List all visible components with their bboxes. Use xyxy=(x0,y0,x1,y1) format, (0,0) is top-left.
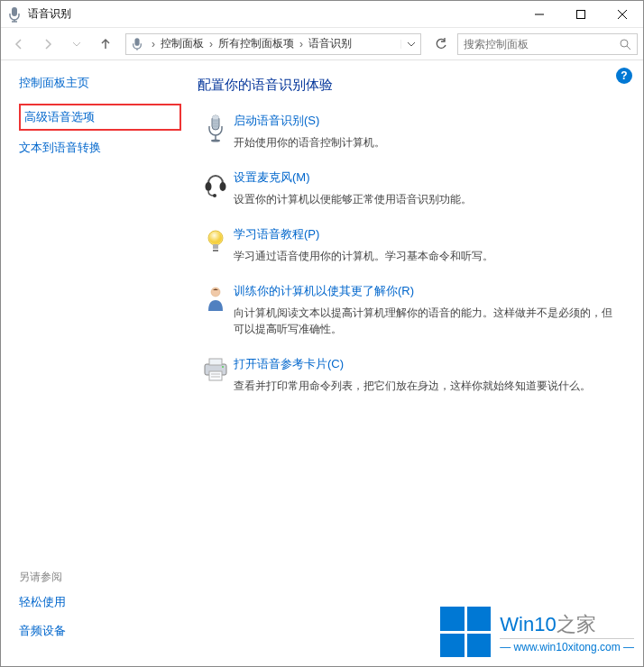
reference-link[interactable]: 打开语音参考卡片(C) xyxy=(234,357,344,370)
recent-dropdown[interactable] xyxy=(64,32,89,57)
see-also-heading: 另请参阅 xyxy=(19,570,181,585)
microphone-icon xyxy=(198,112,234,151)
watermark-brand: Win10之家 xyxy=(500,611,634,638)
svg-point-18 xyxy=(206,182,212,191)
forward-button[interactable] xyxy=(35,32,60,57)
search-box[interactable] xyxy=(457,33,638,55)
close-button[interactable] xyxy=(602,1,643,28)
svg-point-9 xyxy=(621,40,628,47)
navbar: › 控制面板 › 所有控制面板项 › 语音识别 xyxy=(1,28,643,60)
address-dropdown[interactable] xyxy=(400,40,420,49)
microphone-icon xyxy=(126,37,148,51)
watermark: Win10之家 — www.win10xitong.com — xyxy=(440,607,634,657)
svg-point-19 xyxy=(220,182,226,191)
window-title: 语音识别 xyxy=(28,6,519,22)
content: ? 控制面板主页 高级语音选项 文本到语音转换 另请参阅 轻松使用 音频设备 配… xyxy=(1,60,643,666)
chevron-right-icon: › xyxy=(206,38,216,50)
chevron-right-icon: › xyxy=(296,38,307,50)
setup-mic-link[interactable]: 设置麦克风(M) xyxy=(234,170,310,184)
svg-point-22 xyxy=(209,232,222,244)
crumb-control-panel[interactable]: 控制面板 xyxy=(159,36,206,51)
sidebar-advanced-link[interactable]: 高级语音选项 xyxy=(24,109,170,125)
svg-rect-4 xyxy=(577,10,585,18)
svg-rect-0 xyxy=(12,7,17,16)
sidebar-ease-link[interactable]: 轻松使用 xyxy=(19,594,181,610)
printer-icon xyxy=(198,355,234,394)
titlebar-icon xyxy=(1,6,28,23)
tutorial-link[interactable]: 学习语音教程(P) xyxy=(234,227,319,241)
svg-rect-7 xyxy=(134,38,139,46)
setup-mic-desc: 设置你的计算机以便能够正常使用语音识别功能。 xyxy=(234,191,621,207)
headset-icon xyxy=(198,169,234,207)
svg-point-20 xyxy=(213,194,216,197)
person-icon xyxy=(198,282,234,337)
svg-rect-24 xyxy=(213,250,218,251)
help-button[interactable]: ? xyxy=(616,68,632,84)
svg-rect-29 xyxy=(209,371,222,380)
watermark-url: — www.win10xitong.com — xyxy=(500,638,634,653)
option-train: 训练你的计算机以使其更了解你(R) 向计算机阅读文本以提高计算机理解你的语音的能… xyxy=(198,282,621,337)
minimize-button[interactable] xyxy=(519,1,560,28)
sidebar-audio-link[interactable]: 音频设备 xyxy=(19,623,181,639)
option-setup-mic: 设置麦克风(M) 设置你的计算机以便能够正常使用语音识别功能。 xyxy=(198,169,621,207)
svg-point-12 xyxy=(212,115,219,119)
start-speech-link[interactable]: 启动语音识别(S) xyxy=(234,114,319,127)
refresh-button[interactable] xyxy=(428,33,454,55)
breadcrumb-bar[interactable]: › 控制面板 › 所有控制面板项 › 语音识别 xyxy=(125,33,421,55)
windows-logo-icon xyxy=(440,607,491,657)
reference-desc: 查看并打印常用命令列表，把它们放在身边，这样你就始终知道要说什么。 xyxy=(234,378,621,394)
chevron-right-icon: › xyxy=(148,38,159,50)
lightbulb-icon xyxy=(198,225,234,264)
see-also-section: 另请参阅 轻松使用 音频设备 xyxy=(19,570,181,652)
maximize-button[interactable] xyxy=(560,1,602,28)
sidebar-home-link[interactable]: 控制面板主页 xyxy=(19,75,181,91)
back-button[interactable] xyxy=(6,32,32,57)
titlebar: 语音识别 xyxy=(1,1,643,28)
svg-point-32 xyxy=(222,366,224,368)
svg-rect-23 xyxy=(213,244,218,249)
page-title: 配置你的语音识别体验 xyxy=(198,77,621,94)
highlighted-option: 高级语音选项 xyxy=(19,104,181,131)
sidebar: 控制面板主页 高级语音选项 文本到语音转换 另请参阅 轻松使用 音频设备 xyxy=(1,60,181,666)
crumb-all-items[interactable]: 所有控制面板项 xyxy=(216,36,296,51)
sidebar-tts-link[interactable]: 文本到语音转换 xyxy=(19,140,181,156)
option-tutorial: 学习语音教程(P) 学习通过语音使用你的计算机。学习基本命令和听写。 xyxy=(198,225,621,264)
search-icon[interactable] xyxy=(619,38,631,50)
svg-rect-28 xyxy=(209,359,222,365)
tutorial-desc: 学习通过语音使用你的计算机。学习基本命令和听写。 xyxy=(234,248,621,264)
start-speech-desc: 开始使用你的语音控制计算机。 xyxy=(234,134,621,151)
up-button[interactable] xyxy=(93,32,118,57)
train-desc: 向计算机阅读文本以提高计算机理解你的语音的能力。这样做并不是必须的，但可以提高听… xyxy=(234,305,621,337)
svg-point-17 xyxy=(211,140,220,142)
crumb-speech[interactable]: 语音识别 xyxy=(307,36,354,51)
main-panel: 配置你的语音识别体验 启动语音识别(S) 开始使用你的语音控制计算机。 设置麦克… xyxy=(181,60,643,666)
option-start-speech: 启动语音识别(S) 开始使用你的语音控制计算机。 xyxy=(198,112,621,151)
search-input[interactable] xyxy=(464,38,619,50)
svg-line-10 xyxy=(627,46,630,50)
train-link[interactable]: 训练你的计算机以使其更了解你(R) xyxy=(234,284,414,297)
option-reference: 打开语音参考卡片(C) 查看并打印常用命令列表，把它们放在身边，这样你就始终知道… xyxy=(198,355,621,394)
window: 语音识别 › 控制面板 › 所有控制面板项 › 语音识别 ? 控制面板主页 xyxy=(0,0,644,667)
